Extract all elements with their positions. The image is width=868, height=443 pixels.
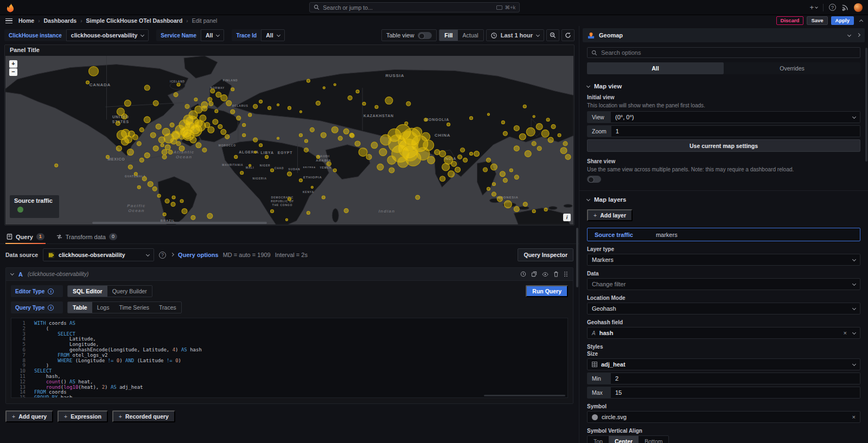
save-button[interactable]: Save xyxy=(807,16,827,25)
min-input[interactable]: 2 xyxy=(611,373,860,384)
search-input[interactable]: Search or jump to... ⌘+k xyxy=(309,2,520,12)
expression-button[interactable]: +Expression xyxy=(58,410,108,422)
svg-text:EGYPT: EGYPT xyxy=(278,151,293,155)
traces-option[interactable]: Traces xyxy=(154,302,181,313)
variable-value-dropdown[interactable]: All xyxy=(261,29,284,41)
tab-overrides[interactable]: Overrides xyxy=(724,62,860,74)
menu-hamburger-icon[interactable] xyxy=(5,18,12,23)
map-layers-section-header[interactable]: Map layers xyxy=(587,196,860,203)
add-layer-button[interactable]: +Add layer xyxy=(587,209,633,221)
code-editor-scrollbar[interactable] xyxy=(484,395,565,396)
sql-editor-option[interactable]: SQL Editor xyxy=(68,286,107,297)
query-row-header[interactable]: A (clickhouse-observability) xyxy=(6,268,573,281)
refresh-button[interactable] xyxy=(561,29,575,41)
view-select[interactable]: (0°, 0°) xyxy=(611,111,860,123)
layer-type-label: Layer type xyxy=(587,246,860,252)
breadcrumb-dashboards[interactable]: Dashboards xyxy=(44,17,77,24)
align-center-option[interactable]: Center xyxy=(609,436,639,443)
query-builder-option[interactable]: Query Builder xyxy=(107,286,152,297)
time-range-picker[interactable]: Last 1 hour xyxy=(486,29,544,41)
legend-swatch xyxy=(17,207,23,213)
time-series-option[interactable]: Time Series xyxy=(114,302,154,313)
tab-transform-data[interactable]: Transform data 0 xyxy=(55,230,118,243)
sidebar-scrollbar[interactable] xyxy=(865,48,867,162)
world-map[interactable]: CANADAUNITEDSTATESMEXICOGUATEMALARUSSIAK… xyxy=(5,56,573,224)
actual-option[interactable]: Actual xyxy=(458,30,483,41)
location-mode-select[interactable]: Geohash xyxy=(587,303,860,314)
map-zoom-in-button[interactable]: + xyxy=(9,60,17,68)
viz-picker-chevron-icon[interactable] xyxy=(847,33,851,36)
map-zoom-out-button[interactable]: − xyxy=(9,68,17,76)
discard-button[interactable]: Discard xyxy=(776,16,804,25)
query-options-interval: Interval = 2s xyxy=(275,252,308,258)
logs-option[interactable]: Logs xyxy=(92,302,114,313)
hide-query-eye-icon[interactable] xyxy=(542,272,548,277)
layer-type-select[interactable]: Markers xyxy=(587,254,860,266)
news-rss-icon[interactable] xyxy=(841,4,848,11)
share-view-toggle[interactable] xyxy=(587,176,601,183)
clear-icon[interactable]: × xyxy=(844,330,847,336)
datasource-label: Data source xyxy=(5,252,38,258)
string-field-icon: A xyxy=(592,330,596,336)
recorded-query-button[interactable]: +Recorded query xyxy=(112,410,175,422)
svg-text:MALI: MALI xyxy=(246,166,254,169)
datasource-picker[interactable]: clickhouse-observability xyxy=(43,248,154,261)
help-icon[interactable]: ? xyxy=(829,4,836,11)
add-query-button[interactable]: +Add query xyxy=(5,410,53,422)
use-current-map-settings-button[interactable]: Use current map settings xyxy=(587,139,860,152)
symbol-select[interactable]: circle.svg× xyxy=(587,411,860,423)
zoom-input[interactable]: 1 xyxy=(611,125,860,137)
collapse-options-icon[interactable] xyxy=(857,33,860,36)
tab-query[interactable]: Query 1 xyxy=(5,230,46,243)
location-mode-label: Location Mode xyxy=(587,295,860,301)
query-inspector-button[interactable]: Query Inspector xyxy=(518,248,573,261)
size-field-select[interactable]: adj_heat xyxy=(587,358,860,370)
variable-value-dropdown[interactable]: clickhouse-observability xyxy=(66,29,149,41)
map-attribution-button[interactable]: i xyxy=(563,214,571,221)
align-bottom-option[interactable]: Bottom xyxy=(639,436,668,443)
breadcrumb-home[interactable]: Home xyxy=(18,17,34,24)
geohash-field-select[interactable]: A hash × xyxy=(587,327,860,339)
query-type-label: Query Typei xyxy=(11,301,63,313)
svg-text:MONGOLIA: MONGOLIA xyxy=(425,118,449,121)
run-query-button[interactable]: Run Query xyxy=(526,285,568,297)
variable-service-name: Service Name All xyxy=(156,29,224,41)
user-avatar[interactable] xyxy=(854,3,863,12)
drag-handle-icon[interactable] xyxy=(564,271,568,277)
collapse-query-icon[interactable] xyxy=(10,272,14,275)
panel-title[interactable]: Panel Title xyxy=(5,45,574,56)
align-top-option[interactable]: Top xyxy=(588,436,609,443)
apply-button[interactable]: Apply xyxy=(831,16,854,25)
collapse-header-icon[interactable] xyxy=(859,19,863,23)
variable-value-dropdown[interactable]: All xyxy=(201,29,224,41)
map-horizontal-scrollbar[interactable] xyxy=(92,222,267,224)
breadcrumb-dashboard-name[interactable]: Simple ClickHouse OTel Dashboard xyxy=(86,17,183,24)
datasource-help-icon[interactable]: ? xyxy=(159,252,166,259)
delete-query-trash-icon[interactable] xyxy=(553,271,559,277)
grafana-logo-icon[interactable] xyxy=(5,3,15,12)
clear-icon[interactable]: × xyxy=(852,414,856,420)
query-history-icon[interactable] xyxy=(520,271,526,277)
sql-code-editor[interactable]: 1WITH coords AS2 (3 SELECT4 Latitude,5 L… xyxy=(11,318,568,398)
duplicate-query-icon[interactable] xyxy=(531,271,537,277)
table-option[interactable]: Table xyxy=(68,302,92,313)
svg-text:MEXICO: MEXICO xyxy=(107,157,125,161)
layer-item-source-traffic[interactable]: Source traffic markers xyxy=(587,228,860,241)
data-filter-select[interactable]: Change filter xyxy=(587,278,860,290)
add-new-button[interactable]: + xyxy=(809,3,818,11)
fill-option[interactable]: Fill xyxy=(439,30,457,41)
options-search-input[interactable]: Search options xyxy=(587,47,860,58)
visualization-picker[interactable]: Geomap xyxy=(583,28,865,42)
editor-type-label: Editor Typei xyxy=(11,285,63,297)
map-view-section-header[interactable]: Map view xyxy=(587,83,860,89)
info-icon: i xyxy=(48,305,54,311)
toggle-switch[interactable] xyxy=(418,32,432,39)
max-input[interactable]: 15 xyxy=(611,387,860,399)
left-column-scrollbar[interactable] xyxy=(576,228,578,287)
variable-label: Trace Id xyxy=(232,29,261,41)
zoom-out-time-button[interactable] xyxy=(546,29,559,41)
table-view-toggle[interactable]: Table view xyxy=(381,29,437,41)
query-type-row: Query Typei Table Logs Time Series Trace… xyxy=(11,301,568,313)
query-options[interactable]: Query options MD = auto = 1909 Interval … xyxy=(171,252,308,258)
tab-all[interactable]: All xyxy=(587,62,724,74)
